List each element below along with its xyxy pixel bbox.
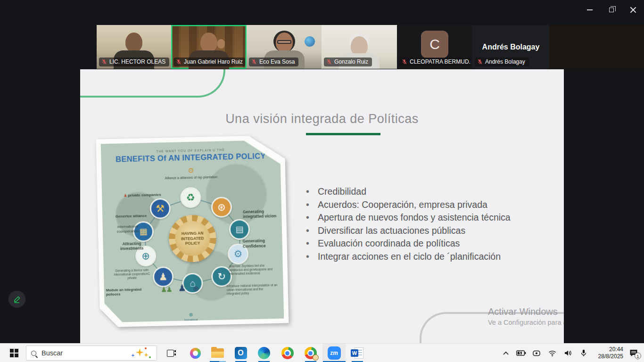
start-button[interactable]: [4, 344, 25, 362]
participant-name: CLEOPATRA BERMUD...: [410, 58, 471, 65]
taskbar-app-file-explorer[interactable]: [206, 344, 229, 362]
network-indicator[interactable]: [545, 344, 560, 362]
participant-name-label: Juan Gabriel Haro Ruiz: [173, 58, 245, 66]
task-view-button[interactable]: [161, 344, 182, 362]
label-alliance-private: Generating a llience with international …: [109, 268, 155, 280]
camera-in-use-indicator[interactable]: [529, 344, 545, 362]
minimize-button[interactable]: [579, 0, 601, 20]
watermark-line1: Activar Windows: [488, 306, 564, 317]
profile-badge: [313, 354, 319, 361]
restore-button[interactable]: [601, 0, 622, 20]
infographic-background: THE WANT YOU OF EXPLAIN U THE BENEFITS O…: [101, 140, 284, 323]
infographic-frame: THE WANT YOU OF EXPLAIN U THE BENEFITS O…: [96, 135, 289, 328]
label-introduce-policy: Introduce national interpretation of an …: [227, 283, 278, 296]
chrome-icon: [305, 347, 317, 359]
volume-indicator[interactable]: [560, 344, 576, 362]
muted-mic-icon: [326, 59, 332, 65]
title-underline: [306, 133, 380, 135]
infographic-card: THE WANT YOU OF EXPLAIN U THE BENEFITS O…: [96, 135, 289, 328]
taskbar-app-chrome-profile[interactable]: [299, 344, 322, 362]
taskbar-app-outlook[interactable]: O: [229, 344, 252, 362]
participant-name-label: LIC. HECTOR OLEAS: [99, 58, 169, 66]
avatar-letter: C: [429, 36, 440, 52]
label-generating-confidence: Generating Confidence: [242, 238, 279, 249]
task-view-icon: [167, 350, 176, 357]
chrome-icon: [281, 347, 294, 359]
close-button[interactable]: [622, 0, 644, 20]
label-top: Alliance a alliances of rap plantation: [163, 175, 219, 181]
participant-tile-eva[interactable]: Eco Eva Sosa: [247, 25, 322, 69]
gears-icon: ⚙: [233, 248, 242, 260]
notification-center-button[interactable]: 1: [623, 344, 644, 362]
participant-name-label: Andrés Bolagay: [475, 58, 529, 66]
windows-activation-watermark: Activar Windows Ve a Configuración para …: [488, 306, 564, 326]
mic-icon: [581, 349, 586, 357]
globe-icon: ⊕: [141, 250, 150, 262]
participant-name: Andrés Bolagay: [485, 58, 525, 65]
people-icon: ♟: [158, 271, 167, 282]
bullet-item: Diversificar las actuaciones públicas: [302, 224, 542, 238]
taskbar-search[interactable]: [26, 346, 157, 361]
notification-badge: 1: [635, 353, 641, 359]
taskbar-app-zoom-active[interactable]: zm: [322, 344, 346, 362]
watermark-line2: Ve a Configuración para activar Windows.: [488, 319, 564, 326]
edge-icon: [258, 347, 270, 359]
taskbar-app-chrome[interactable]: [276, 344, 299, 362]
bullet-item: Apertura de nuevos fondos y asistencia t…: [302, 211, 542, 224]
footer-logo-icon: ⊛: [189, 312, 193, 317]
slide-green-corner-decoration: [80, 69, 225, 98]
pencil-icon: [13, 295, 21, 304]
taskbar-app-word[interactable]: W: [346, 344, 369, 362]
system-tray: 20:44 28/8/2025 1: [498, 344, 644, 362]
bullet-item: Acuerdos: Cooperación, empresa privada: [302, 198, 542, 212]
muted-mic-icon: [251, 59, 257, 65]
participant-tile-juan-active-speaker[interactable]: Juan Gabriel Haro Ruiz: [171, 25, 247, 69]
label-benefits-right: Anertate Zeptisies bot she apistocios an…: [229, 263, 278, 276]
center-badge-text: HAVING AN INTEGATED POLICY: [175, 221, 211, 256]
badge-line: POLICY: [185, 241, 200, 246]
word-icon: W: [351, 347, 363, 359]
muted-mic-icon: [101, 59, 107, 65]
participant-name-label: CLEOPATRA BERMUD...: [399, 58, 471, 66]
search-highlights-icon: [130, 346, 152, 360]
participant-name: Gonzalo Ruiz: [334, 58, 368, 65]
participant-name: Juan Gabriel Haro Ruiz: [184, 58, 243, 65]
participant-tile-partial[interactable]: [549, 25, 644, 69]
battery-indicator[interactable]: [513, 344, 529, 362]
avatar: C: [421, 31, 448, 58]
microphone-indicator[interactable]: [576, 344, 591, 362]
participant-name: LIC. HECTOR OLEAS: [109, 58, 165, 65]
people-group-icon: ♟♟: [161, 285, 172, 294]
copilot-button[interactable]: [185, 344, 206, 362]
building-icon: ▤: [235, 224, 244, 235]
bottom-icons-row: ♟♟ ♟ ⊕: [160, 282, 222, 294]
worker-icon: ♟: [178, 282, 186, 293]
bullet-item: Evaluación coordinada de políticas: [302, 237, 542, 250]
camera-icon: [533, 350, 541, 356]
annotate-button[interactable]: [8, 291, 25, 308]
zoom-meeting-window: LIC. HECTOR OLEAS Juan Gabriel Haro Ruiz…: [0, 0, 644, 362]
shared-screen-slide: Una visión integrada de Políticas Credib…: [80, 69, 564, 343]
participant-name-label: Eco Eva Sosa: [249, 58, 298, 66]
video-strip: LIC. HECTOR OLEAS Juan Gabriel Haro Ruiz…: [0, 0, 644, 69]
participant-tile-andres[interactable]: Andrés Bolagay Andrés Bolagay: [472, 25, 549, 69]
outlook-icon: O: [235, 347, 247, 359]
slide-title: Una visión integrada de Políticas: [80, 112, 564, 126]
muted-mic-icon: [477, 59, 483, 65]
participant-tile-hector[interactable]: LIC. HECTOR OLEAS: [97, 25, 171, 69]
search-input[interactable]: [41, 349, 130, 357]
restore-icon: [609, 8, 614, 12]
copilot-icon: [190, 348, 201, 359]
participant-tile-gonzalo[interactable]: Gonzalo Ruiz: [322, 25, 397, 69]
label-module-integrated: Module an integrated polloces: [106, 287, 148, 296]
participant-tile-cleopatra[interactable]: C CLEOPATRA BERMUD...: [397, 25, 472, 69]
minimize-icon: [587, 9, 593, 10]
zoom-icon: zm: [328, 346, 341, 360]
bullet-item: Credibilidad: [302, 185, 542, 198]
cycle-icon: ↻: [217, 271, 226, 282]
taskbar-app-edge[interactable]: [252, 344, 275, 362]
handshake-icon: ⊛: [217, 201, 226, 213]
tray-clock[interactable]: 20:44 28/8/2025: [592, 346, 623, 360]
tray-chevron-button[interactable]: [498, 344, 513, 362]
participant-name: Eco Eva Sosa: [259, 58, 295, 65]
